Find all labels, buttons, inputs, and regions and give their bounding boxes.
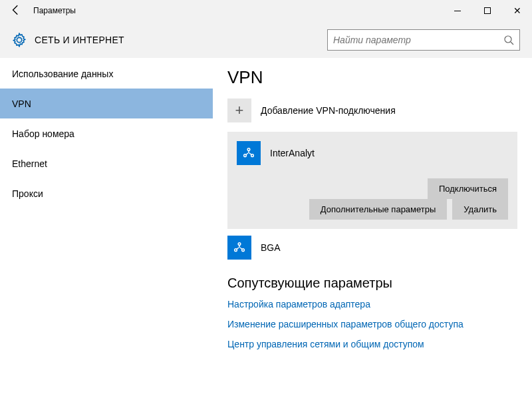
- link-advanced-sharing[interactable]: Изменение расширенных параметров общего …: [227, 319, 517, 329]
- svg-line-1: [511, 42, 513, 45]
- vpn-connection-name: BGA: [261, 242, 281, 253]
- vpn-connection-item[interactable]: BGA: [227, 236, 517, 260]
- vpn-connection-name: InterAnalyt: [270, 148, 315, 158]
- main-panel: VPN + Добавление VPN-подключения InterAn…: [213, 58, 532, 406]
- sidebar-item-data-usage[interactable]: Использование данных: [0, 59, 213, 89]
- sidebar-item-proxy[interactable]: Прокси: [0, 178, 213, 208]
- header: СЕТЬ И ИНТЕРНЕТ: [0, 21, 532, 58]
- page-heading: VPN: [227, 67, 517, 88]
- vpn-connection-icon: [237, 141, 261, 165]
- vpn-connection-card[interactable]: InterAnalyt Подключиться Дополнительные …: [227, 132, 517, 229]
- plus-icon: +: [227, 99, 251, 122]
- vpn-connection-icon: [227, 236, 251, 260]
- sidebar-item-vpn[interactable]: VPN: [0, 89, 213, 118]
- svg-point-0: [505, 36, 511, 43]
- sidebar: Использование данных VPN Набор номера Et…: [0, 58, 213, 406]
- search-icon: [503, 35, 514, 45]
- gear-icon: [12, 33, 27, 47]
- delete-button[interactable]: Удалить: [452, 199, 508, 220]
- category-title: СЕТЬ И ИНТЕРНЕТ: [35, 35, 124, 45]
- svg-point-5: [238, 243, 241, 246]
- svg-point-2: [247, 148, 250, 151]
- related-settings-heading: Сопутсвующие параметры: [227, 276, 517, 291]
- connect-button[interactable]: Подключиться: [428, 178, 508, 199]
- back-button[interactable]: [5, 4, 27, 18]
- add-vpn-label: Добавление VPN-подключения: [261, 105, 396, 116]
- minimize-button[interactable]: [442, 0, 472, 21]
- window-title: Параметры: [33, 6, 76, 15]
- search-input[interactable]: [333, 35, 503, 45]
- advanced-options-button[interactable]: Дополнительные параметры: [309, 199, 448, 220]
- sidebar-item-dialup[interactable]: Набор номера: [0, 118, 213, 148]
- maximize-button[interactable]: [472, 0, 502, 21]
- titlebar: Параметры ✕: [0, 0, 532, 21]
- link-adapter-options[interactable]: Настройка параметров адаптера: [227, 299, 517, 309]
- link-network-center[interactable]: Центр управления сетями и общим доступом: [227, 339, 517, 349]
- sidebar-item-ethernet[interactable]: Ethernet: [0, 148, 213, 178]
- close-button[interactable]: ✕: [502, 0, 532, 21]
- add-vpn-button[interactable]: + Добавление VPN-подключения: [227, 99, 517, 122]
- search-box[interactable]: [327, 29, 520, 51]
